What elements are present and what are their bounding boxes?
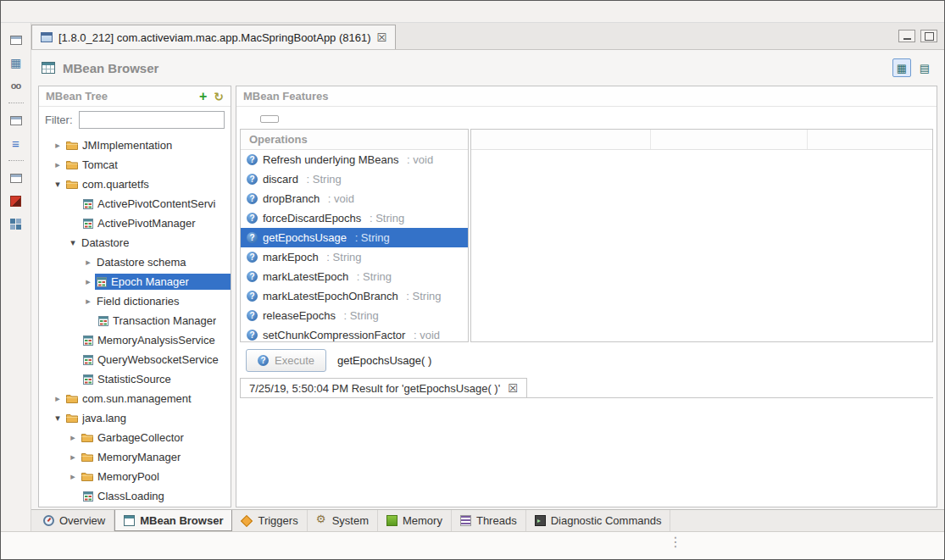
- expand-arrow-icon[interactable]: [66, 432, 80, 443]
- expand-arrow-icon[interactable]: [81, 296, 95, 307]
- setChunkCompressionFactor[interactable]: setChunkCompressionFactor void: [241, 325, 468, 341]
- releaseEpochs[interactable]: releaseEpochs String: [241, 306, 468, 325]
- tab-system[interactable]: System: [308, 510, 378, 531]
- properties-list-icon[interactable]: ≡: [8, 136, 25, 150]
- stacked-layout-toggle-button[interactable]: ▤: [915, 58, 934, 77]
- getEpochsUsage[interactable]: getEpochsUsage String: [241, 228, 468, 247]
- expand-arrow-icon[interactable]: [51, 159, 64, 170]
- tree-node[interactable]: GarbageCollector: [39, 428, 231, 447]
- result-tab[interactable]: 7/25/19, 5:50:04 PM Result for 'getEpoch…: [240, 378, 527, 397]
- tree-node[interactable]: Transaction Manager: [39, 311, 231, 330]
- mbean-icon: [83, 219, 93, 229]
- tab-close-icon[interactable]: ☒: [377, 32, 387, 43]
- tree-node[interactable]: ActivePivotContentServi: [39, 194, 231, 213]
- expand-arrow-icon[interactable]: [66, 237, 80, 248]
- tree-node[interactable]: com.quartetfs: [39, 175, 231, 194]
- expand-arrow-icon[interactable]: [66, 471, 80, 482]
- tree-node[interactable]: StatisticSource: [39, 369, 231, 389]
- menu-window[interactable]: [58, 9, 74, 14]
- expand-arrow-icon[interactable]: [51, 413, 64, 424]
- jvm-red-icon[interactable]: [8, 194, 25, 208]
- operation-name: getEpochsUsage: [263, 231, 347, 244]
- console-window-icon[interactable]: [8, 171, 25, 185]
- tab-operations[interactable]: [260, 115, 279, 123]
- execute-button[interactable]: Execute: [246, 349, 326, 372]
- expand-arrow-icon[interactable]: [81, 276, 95, 287]
- tab-diagnostic-commands[interactable]: Diagnostic Commands: [526, 510, 671, 531]
- expand-arrow-icon[interactable]: [66, 452, 80, 463]
- menu-help[interactable]: [75, 9, 91, 14]
- toolbar-separator: [8, 103, 24, 103]
- tab-attributes[interactable]: [242, 116, 258, 122]
- tree-node-label: MemoryAnalysisService: [97, 334, 215, 347]
- console-connection-tab[interactable]: [1.8.0_212] com.activeviam.mac.app.MacSp…: [31, 25, 396, 49]
- refresh-tree-icon[interactable]: ↻: [214, 91, 224, 103]
- tab-icon: [535, 515, 546, 526]
- tree-node[interactable]: ActivePivotManager: [39, 213, 231, 233]
- people-icon[interactable]: oo: [8, 79, 25, 92]
- table-column-header[interactable]: [808, 130, 932, 149]
- tree-node-label: ActivePivotManager: [97, 217, 196, 230]
- tree-node[interactable]: Tomcat: [39, 155, 231, 175]
- expand-arrow-icon[interactable]: [81, 257, 95, 268]
- tab-icon: [386, 515, 397, 526]
- tree-node[interactable]: MemoryAnalysisService: [39, 330, 231, 350]
- tree-node[interactable]: ClassLoading: [39, 486, 231, 506]
- forceDiscardEpochs[interactable]: forceDiscardEpochs String: [241, 208, 468, 228]
- modules-grid-icon[interactable]: [8, 217, 25, 230]
- tab-memory[interactable]: Memory: [378, 510, 452, 531]
- add-mbean-icon[interactable]: +: [199, 90, 207, 103]
- chart-grid-icon[interactable]: ▦: [8, 56, 25, 69]
- tab-icon: [241, 514, 253, 526]
- tree-node[interactable]: MemoryManager: [39, 447, 231, 467]
- tree-node[interactable]: com.sun.management: [39, 389, 231, 408]
- tree-node[interactable]: Epoch Manager: [39, 272, 231, 291]
- tab-label: Overview: [59, 514, 105, 527]
- window-shape-icon: [10, 116, 22, 125]
- operation-return-type: String: [352, 231, 390, 244]
- tab-triggers[interactable]: Triggers: [232, 510, 307, 531]
- result-close-icon[interactable]: ☒: [508, 383, 518, 394]
- markEpoch[interactable]: markEpoch String: [241, 247, 468, 267]
- operation-name: discard: [263, 173, 298, 186]
- tree-node[interactable]: java.lang: [39, 408, 231, 428]
- expand-arrow-icon[interactable]: [51, 179, 64, 190]
- table-column-header[interactable]: [651, 130, 808, 149]
- markLatestEpoch[interactable]: markLatestEpoch String: [241, 267, 468, 286]
- tree-node[interactable]: JMImplementation: [39, 136, 231, 155]
- split-layout-toggle-button[interactable]: ▦: [892, 58, 911, 77]
- tree-node[interactable]: Field dictionaries: [39, 291, 231, 311]
- markLatestEpochOnBranch[interactable]: markLatestEpochOnBranch String: [241, 286, 468, 306]
- tab-overview[interactable]: Overview: [35, 510, 114, 531]
- table-column-header[interactable]: [471, 130, 651, 149]
- mbean-icon: [83, 374, 93, 385]
- expand-arrow-icon[interactable]: [51, 140, 64, 151]
- restore-window-icon[interactable]: [8, 33, 25, 47]
- editor-window-icon[interactable]: [8, 114, 25, 127]
- operation-signature: getEpochsUsage( ): [337, 354, 431, 367]
- menu-file[interactable]: [8, 9, 23, 14]
- tab-mbean-browser[interactable]: MBean Browser: [114, 510, 232, 531]
- mbean-tree-panel: MBean Tree + ↻ Filter:: [38, 86, 231, 507]
- Refresh underlying MBeans[interactable]: Refresh underlying MBeans void: [241, 150, 468, 169]
- tab-notifications[interactable]: [281, 116, 297, 122]
- expand-arrow-icon[interactable]: [51, 393, 64, 404]
- discard[interactable]: discard String: [241, 169, 468, 189]
- tab-threads[interactable]: Threads: [452, 510, 526, 531]
- tree-node[interactable]: MemoryPool: [39, 467, 231, 486]
- minimize-button[interactable]: [898, 30, 915, 42]
- tree-node-label: Transaction Manager: [113, 314, 216, 327]
- dropBranch[interactable]: dropBranch void: [241, 189, 468, 208]
- menu-edit[interactable]: [25, 9, 40, 14]
- filter-input[interactable]: [79, 111, 225, 129]
- maximize-button[interactable]: [920, 30, 937, 42]
- result-tab-bar: 7/25/19, 5:50:04 PM Result for 'getEpoch…: [240, 378, 933, 398]
- tree-node[interactable]: QueryWebsocketService: [39, 350, 231, 369]
- splitter-grip-icon[interactable]: ⋮: [669, 535, 683, 549]
- tree-node[interactable]: Datastore schema: [39, 252, 231, 272]
- menu-navigate[interactable]: [42, 9, 57, 14]
- folder-icon: [81, 433, 93, 442]
- tab-metadata[interactable]: [299, 116, 316, 122]
- tree-node-label: JMImplementation: [82, 139, 172, 152]
- tree-node[interactable]: Datastore: [39, 233, 231, 252]
